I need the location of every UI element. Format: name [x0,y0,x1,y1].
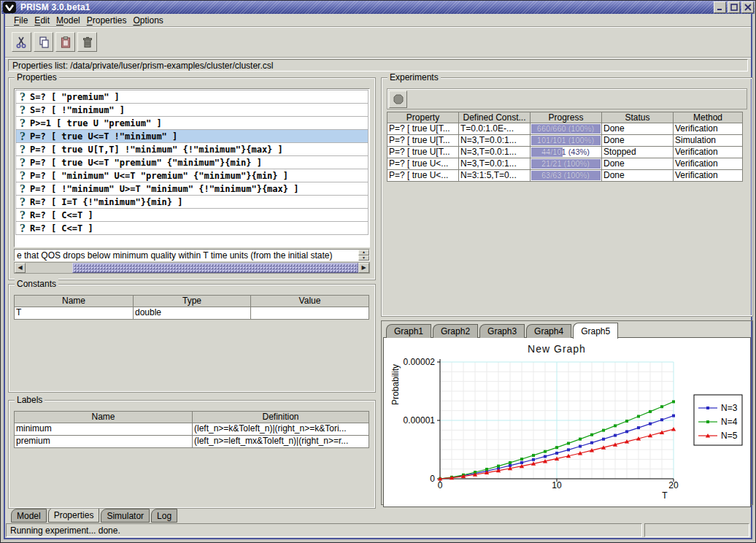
table-cell[interactable]: (left_n>=left_mx&Toleft_n)|(right_n>=r..… [192,436,369,448]
table-cell[interactable]: (left_n>=k&Toleft_n)|(right_n>=k&Tori... [192,423,369,436]
experiment-row[interactable]: P=? [ true U[T...N=3,T=0.0:1...101/101 (… [387,135,747,147]
property-text: S=? [ "premium" ] [30,92,120,102]
experiment-row[interactable]: P=? [ true U<...N=3:1:5,T=0...63/63 (100… [387,170,747,182]
table-cell[interactable]: minimum [14,423,192,436]
property-item[interactable]: ?P=? [ true U<=T !"minimum" ] [15,129,369,143]
property-item[interactable]: ?R=? [ C<=T ] [15,221,369,235]
column-header[interactable]: Definition [192,411,369,423]
copy-button[interactable] [34,32,53,52]
status-right-panel [644,523,749,537]
table-cell[interactable]: P=? [ true U[T... [387,135,458,147]
graph-content[interactable]: 00.000010.0000201020ProbabilityTNew Grap… [383,337,751,507]
menu-file[interactable]: File [14,15,28,26]
property-item[interactable]: ?S=? [ !"minimum" ] [15,103,369,117]
table-row[interactable]: Tdouble [14,307,370,320]
scrollbar-track[interactable] [26,263,358,273]
table-cell[interactable]: N=3,T=0.0:1... [458,147,530,158]
table-cell[interactable]: P=? [ true U<... [387,170,458,182]
cut-button[interactable] [12,32,31,52]
table-cell[interactable]: Done [601,135,673,147]
delete-button[interactable] [77,32,97,52]
table-cell[interactable]: N=3:1:5,T=0... [458,170,530,182]
menu-edit[interactable]: Edit [34,15,50,26]
property-item[interactable]: ?R=? [ I=T {!"minimum"}{min} ] [15,195,369,209]
table-cell[interactable]: Done [601,158,673,170]
tab-properties[interactable]: Properties [48,507,100,523]
menu-properties[interactable]: Properties [87,15,127,26]
property-item[interactable]: ?P=? [ true U<=T "premium" {"minimum"}{m… [15,155,369,169]
experiments-toolbar [387,88,747,109]
table-cell[interactable]: Done [601,123,673,135]
table-cell[interactable]: Verification [673,147,743,158]
column-header[interactable]: Name [14,411,192,423]
experiment-row[interactable]: P=? [ true U<...N=3,T=0.0:1...21/21 (100… [387,158,747,170]
table-cell[interactable]: T=0.0:1.0E-... [458,123,530,135]
table-cell[interactable]: T [14,307,133,320]
paste-button[interactable] [55,32,75,52]
table-cell[interactable]: N=3,T=0.0:1... [458,158,530,170]
column-header[interactable]: Name [14,295,133,307]
table-cell[interactable]: N=3,T=0.0:1... [458,135,530,147]
scrollbar-thumb[interactable] [72,263,358,273]
table-cell[interactable]: P=? [ true U[T... [387,123,458,135]
column-header[interactable]: Property [387,112,458,123]
table-cell[interactable]: premium [14,436,192,448]
property-description[interactable]: e that QOS drops below minimum quality w… [14,249,370,261]
minimize-button[interactable] [714,1,726,13]
question-icon: ? [18,90,28,103]
scroll-right-icon[interactable]: ▶ [358,263,369,273]
spinner-down-icon[interactable]: ▼ [358,255,369,261]
tab-model[interactable]: Model [11,509,47,523]
properties-list: ?S=? [ "premium" ]?S=? [ !"minimum" ]?P>… [14,88,370,247]
property-item[interactable]: ?P>=1 [ true U "premium" ] [15,116,369,130]
column-header[interactable]: Progress [530,112,601,123]
experiment-row[interactable]: P=? [ true U[T...N=3,T=0.0:1...44/101 (4… [387,147,747,158]
tab-simulator[interactable]: Simulator [101,509,150,523]
table-cell[interactable]: Verification [673,123,743,135]
table-cell[interactable]: P=? [ true U[T... [387,147,458,158]
property-item[interactable]: ?P=? [ true U[T,T] !"minimum" {!"minimum… [15,142,369,156]
title-bar[interactable]: PRISM 3.0.beta1 [1,1,755,14]
table-cell[interactable]: double [133,307,250,320]
scroll-left-icon[interactable]: ◀ [15,263,26,273]
window-title: PRISM 3.0.beta1 [20,2,90,12]
property-item[interactable]: ?P=? [ "minimum" U<=T "premium" {"minimu… [15,169,369,182]
property-item[interactable]: ?R=? [ C<=T ] [15,208,369,222]
description-text: e that QOS drops below minimum quality w… [17,250,332,261]
table-row[interactable]: premium(left_n>=left_mx&Toleft_n)|(right… [14,436,370,448]
tab-graph2[interactable]: Graph2 [433,324,478,338]
tab-graph5[interactable]: Graph5 [573,323,618,339]
question-icon: ? [18,196,28,208]
table-cell[interactable]: Simulation [673,135,743,147]
experiment-row[interactable]: P=? [ true U[T...T=0.0:1.0E-...660/660 (… [387,123,747,135]
tab-graph4[interactable]: Graph4 [526,324,571,338]
table-cell[interactable]: Verification [673,158,743,170]
table-cell[interactable] [250,307,369,320]
table-cell[interactable]: Done [601,170,673,182]
column-header[interactable]: Method [673,112,743,123]
question-icon: ? [18,222,28,234]
menu-options[interactable]: Options [133,15,163,26]
menu-model[interactable]: Model [56,15,80,26]
table-cell[interactable]: P=? [ true U<... [387,158,458,170]
column-header[interactable]: Value [250,295,369,307]
tab-graph3[interactable]: Graph3 [479,324,525,338]
table-row[interactable]: minimum(left_n>=k&Toleft_n)|(right_n>=k&… [14,423,370,436]
experiments-group-title: Experiments [387,72,441,82]
stop-experiment-button[interactable] [389,90,407,108]
prism-window: PRISM 3.0.beta1 FileEditModelPropertiesO… [0,0,756,543]
table-cell[interactable]: Verification [673,170,743,182]
property-item[interactable]: ?S=? [ "premium" ] [15,90,369,104]
window-icon[interactable] [3,1,16,13]
spinner-up-icon[interactable]: ▲ [358,250,369,255]
tab-graph1[interactable]: Graph1 [386,324,431,338]
table-cell[interactable]: Stopped [601,147,673,158]
column-header[interactable]: Defined Const... [458,112,530,123]
property-item[interactable]: ?P=? [ !"minimum" U>=T "minimum" {!"mini… [15,182,369,196]
column-header[interactable]: Status [601,112,673,123]
property-text: P=? [ true U<=T "premium" {"minimum"}{mi… [30,158,262,168]
tab-log[interactable]: Log [151,509,177,523]
maximize-button[interactable] [728,1,740,13]
close-button[interactable] [741,1,754,13]
column-header[interactable]: Type [133,295,250,307]
